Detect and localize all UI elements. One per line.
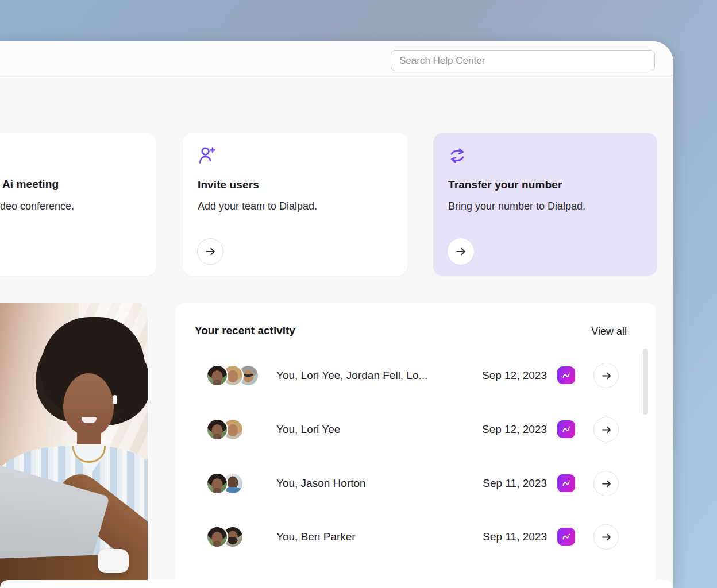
dialpad-ai-icon (557, 366, 575, 384)
open-activity-button[interactable] (593, 363, 619, 388)
activity-row[interactable]: You, Lori Yee Sep 12, 2023 (206, 403, 633, 457)
photo-person-face (63, 373, 114, 436)
search-input[interactable] (391, 50, 655, 71)
help-center-page: Ai meeting deo conference. Invite users … (0, 41, 673, 588)
card-title: Invite users (198, 179, 259, 191)
transfer-arrows-icon (448, 146, 467, 165)
activity-date: Sep 12, 2023 (482, 403, 547, 457)
photo-earbud (113, 395, 117, 404)
open-activity-button[interactable] (593, 524, 619, 550)
arrow-right-icon (205, 246, 216, 257)
card-title: Transfer your number (448, 179, 562, 191)
avatar (206, 526, 228, 548)
photo-person-smile (82, 417, 97, 423)
card-description: deo conference. (0, 200, 74, 212)
person-add-icon (197, 146, 217, 165)
onboarding-photo (0, 303, 148, 588)
page-header (0, 41, 673, 75)
participants-label: You, Lori Yee, Jordan Fell, Lo... (276, 349, 427, 403)
card-transfer-number[interactable]: Transfer your number Bring your number t… (433, 133, 657, 276)
activity-date: Sep 11, 2023 (483, 510, 547, 564)
card-title: Ai meeting (2, 178, 59, 191)
arrow-right-icon (455, 246, 467, 257)
activity-date: Sep 12, 2023 (482, 349, 547, 403)
dialpad-ai-icon (557, 474, 575, 492)
card-description: Bring your number to Dialpad. (448, 200, 585, 212)
activity-row[interactable]: You, Lori Yee, Jordan Fell, Lo... Sep 12… (206, 349, 633, 403)
card-description: Add your team to Dialpad. (198, 200, 317, 212)
participants-label: You, Lori Yee (276, 403, 340, 457)
open-activity-button[interactable] (593, 417, 619, 442)
open-activity-button[interactable] (593, 471, 619, 496)
next-section-edge (0, 580, 673, 588)
card-invite-users[interactable]: Invite users Add your team to Dialpad. (183, 133, 407, 276)
card-go-button[interactable] (197, 238, 223, 265)
dialpad-ai-icon (557, 420, 575, 438)
avatar (206, 365, 228, 386)
participants-label: You, Jason Horton (276, 457, 366, 510)
card-go-button[interactable] (448, 238, 474, 265)
photo-earbuds-case (98, 549, 129, 573)
avatar (206, 473, 228, 494)
activity-row[interactable]: You, Ben Parker Sep 11, 2023 (206, 510, 633, 564)
arrow-right-icon (601, 424, 612, 435)
dialpad-ai-icon (557, 528, 575, 546)
card-ai-meeting[interactable]: Ai meeting deo conference. (0, 133, 156, 276)
arrow-right-icon (601, 370, 612, 381)
recent-activity-title: Your recent activity (195, 324, 295, 337)
participants-label: You, Ben Parker (276, 510, 356, 564)
scrollbar-thumb[interactable] (643, 349, 648, 415)
arrow-right-icon (601, 532, 612, 543)
recent-activity-panel: Your recent activity View all You, Lori … (175, 303, 656, 588)
arrow-right-icon (601, 478, 612, 489)
activity-date: Sep 11, 2023 (483, 457, 547, 510)
view-all-link[interactable]: View all (591, 326, 627, 338)
avatar (206, 419, 228, 440)
activity-row[interactable]: You, Jason Horton Sep 11, 2023 (206, 457, 633, 510)
